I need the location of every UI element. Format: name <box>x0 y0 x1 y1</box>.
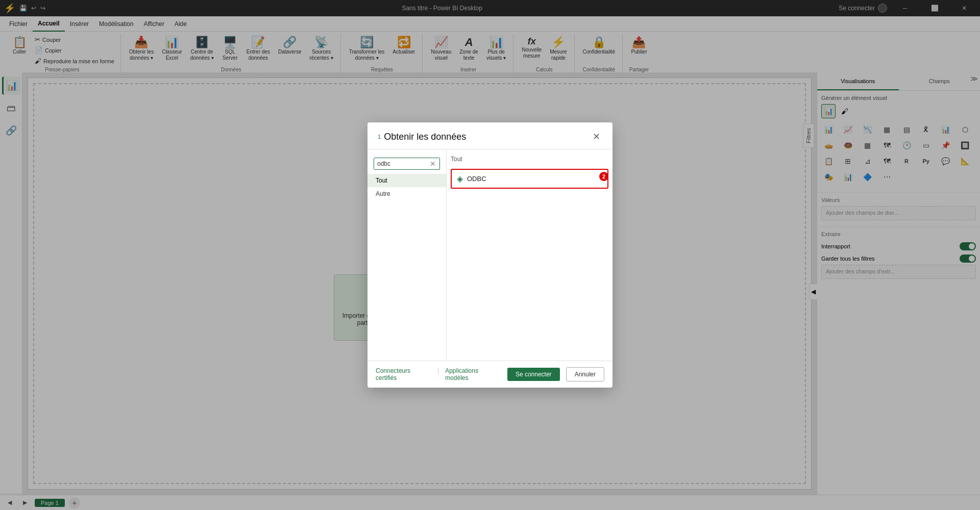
modal-body: ✕ Tout Autre Tout ◈ ODBC 2 <box>368 149 612 361</box>
search-wrapper: ✕ <box>374 158 440 170</box>
footer-divider: | <box>437 367 439 381</box>
modal-right-header: Tout <box>451 154 608 165</box>
modal-header: 1 Obtenir les données ✕ <box>368 122 612 149</box>
odbc-label: ODBC <box>467 175 486 183</box>
connect-button[interactable]: Se connecter <box>507 368 560 381</box>
modal-search-area: ✕ <box>368 154 446 174</box>
modal-right-panel: Tout ◈ ODBC 2 <box>447 149 612 361</box>
footer-links: Connecteurs certifiés | Applications mod… <box>376 367 501 381</box>
template-apps-link[interactable]: Applications modèles <box>445 367 501 381</box>
category-autre[interactable]: Autre <box>368 187 446 200</box>
modal-close-button[interactable]: ✕ <box>590 131 602 143</box>
odbc-result-item[interactable]: ◈ ODBC <box>451 169 608 189</box>
category-tout[interactable]: Tout <box>368 174 446 187</box>
modal-footer: Connecteurs certifiés | Applications mod… <box>368 361 612 388</box>
cancel-button[interactable]: Annuler <box>566 367 604 381</box>
modal-left-panel: ✕ Tout Autre <box>368 149 447 361</box>
modal-overlay: 1 Obtenir les données ✕ ✕ Tout Autre <box>0 0 980 510</box>
search-clear-button[interactable]: ✕ <box>428 159 438 169</box>
result-count-badge: 2 <box>599 172 608 181</box>
get-data-modal: 1 Obtenir les données ✕ ✕ Tout Autre <box>368 122 612 388</box>
odbc-connector-icon: ◈ <box>457 174 463 184</box>
modal-title: Obtenir les données <box>384 132 466 142</box>
certified-connectors-link[interactable]: Connecteurs certifiés <box>376 367 431 381</box>
search-input[interactable] <box>374 158 428 169</box>
modal-step: 1 <box>378 134 381 140</box>
